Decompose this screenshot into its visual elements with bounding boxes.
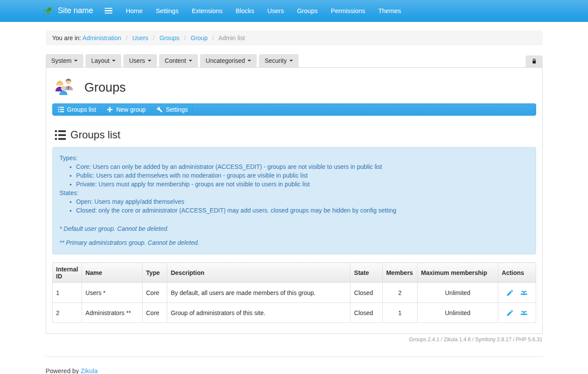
note-default-group: * Default user group. Cannot be deleted. [60,224,529,233]
plus-icon [107,106,113,113]
cell-state: Closed [350,283,383,303]
cell-actions [498,303,536,323]
cell-state: Closed [350,303,383,323]
toolbar-groups-list-label: Groups list [67,106,96,113]
col-max-membership: Maximum membership [417,263,498,283]
col-internal-id: Internal ID [52,263,82,283]
cell-description: Group of administrators of this site. [167,303,350,323]
cell-id: 2 [52,303,82,323]
cell-id: 1 [52,283,82,303]
groups-app-icon [53,76,75,98]
zikula-link[interactable]: Zikula [81,367,98,374]
table-row: 1 Users * Core By default, all users are… [52,283,536,303]
breadcrumb-link-groups[interactable]: Groups [160,34,180,41]
nav-item-permissions[interactable]: Permissions [324,0,372,21]
tab-users-label: Users [129,57,145,64]
footer-divider [46,357,543,357]
nav-item-home[interactable]: Home [119,0,150,21]
top-navbar: Site name Home Settings Extensions Block… [0,0,588,22]
breadcrumb-link-group[interactable]: Group [190,34,207,41]
tab-system[interactable]: System [46,54,84,67]
types-label: Types: [60,154,529,162]
tab-content[interactable]: Content [159,54,198,67]
tab-layout-label: Layout [91,57,109,64]
nav-item-users[interactable]: Users [261,0,290,21]
site-brand[interactable]: Site name [58,6,93,15]
col-type: Type [143,263,167,283]
list-icon [55,130,66,141]
breadcrumb-separator: / [126,34,128,41]
groups-table: Internal ID Name Type Description State … [52,262,536,323]
chevron-down-icon [112,60,116,62]
cell-members: 1 [382,303,417,323]
cell-type: Core [143,303,167,323]
table-row: 2 Administrators ** Core Group of admini… [52,303,536,323]
group-types-info-box: Types: Core: Users can only be added by … [52,147,536,254]
toolbar-settings-button[interactable]: Settings [151,104,194,115]
hamburger-menu-icon[interactable] [105,5,112,17]
list-icon [58,106,64,113]
edit-pencil-icon[interactable] [506,309,514,317]
cell-description: By default, all users are made members o… [167,283,350,303]
nav-item-blocks[interactable]: Blocks [229,0,261,21]
toolbar-new-group-button[interactable]: New group [102,104,151,115]
lock-tab[interactable] [526,55,543,67]
tab-uncategorised-label: Uncategorised [206,57,245,64]
chevron-down-icon [248,60,251,62]
group-membership-icon[interactable] [520,309,528,317]
section-heading: Groups list [55,129,536,141]
tab-uncategorised[interactable]: Uncategorised [200,54,257,67]
admin-panel: Groups Groups list N [46,68,543,334]
state-closed: Closed: only the core or administrator (… [76,206,529,215]
type-private: Private: Users must apply for membership… [76,180,529,189]
col-actions: Actions [498,263,536,283]
breadcrumb-separator: / [212,34,214,41]
cell-type: Core [143,283,167,303]
lock-icon [531,58,537,64]
toolbar-new-group-label: New group [116,106,146,113]
chevron-down-icon [289,60,293,62]
breadcrumb: You are in: Administration / Users / Gro… [46,31,543,45]
cell-actions [498,283,536,303]
note-admin-group: ** Primary administrators group. Cannot … [60,238,529,247]
tab-security-label: Security [265,57,287,64]
breadcrumb-separator: / [153,34,155,41]
powered-by: Powered by Zikula [46,367,543,374]
nav-item-themes[interactable]: Themes [372,0,408,21]
breadcrumb-link-administration[interactable]: Administration [82,34,121,41]
cell-members: 2 [382,283,417,303]
wrench-icon [156,106,163,113]
nav-item-groups[interactable]: Groups [290,0,324,21]
section-title: Groups list [71,129,121,141]
state-open: Open: Users may apply/add themselves [76,197,529,206]
col-name: Name [82,263,143,283]
nav-item-extensions[interactable]: Extensions [185,0,229,21]
main-nav: Home Settings Extensions Blocks Users Gr… [119,0,408,21]
col-description: Description [167,263,350,283]
version-info: Groups 2.4.1 / Zikula 1.4.6 / Symfony 2.… [46,336,543,343]
edit-pencil-icon[interactable] [506,289,514,297]
admin-category-tabs: System Layout Users Content Uncategorise… [46,54,543,68]
tab-users[interactable]: Users [123,54,157,67]
breadcrumb-separator: / [184,34,186,41]
breadcrumb-prefix: You are in: [52,34,81,41]
types-list: Core: Users can only be added by an admi… [60,162,529,189]
cell-name: Users * [82,283,143,303]
cell-max-membership: Unlimited [417,303,498,323]
nav-item-settings[interactable]: Settings [149,0,185,21]
chevron-down-icon [74,60,78,62]
breadcrumb-link-users[interactable]: Users [132,34,148,41]
states-label: States: [60,189,529,197]
states-list: Open: Users may apply/add themselves Clo… [60,197,529,215]
toolbar-settings-label: Settings [166,106,188,113]
tab-layout[interactable]: Layout [85,54,121,67]
powered-by-text: Powered by [46,367,79,374]
cell-max-membership: Unlimited [417,283,498,303]
cell-name: Administrators ** [82,303,143,323]
type-public: Public: Users can add themselves with no… [76,171,529,180]
rocket-icon [42,5,54,17]
page-title: Groups [85,80,126,95]
toolbar-groups-list-button[interactable]: Groups list [53,104,102,115]
tab-security[interactable]: Security [259,54,299,67]
group-membership-icon[interactable] [520,289,528,297]
